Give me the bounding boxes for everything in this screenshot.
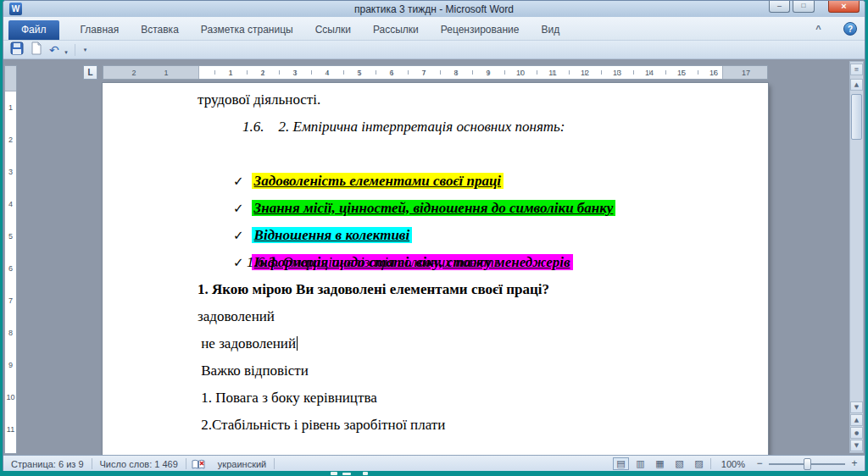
vertical-ruler-numbers: 1234567891011 bbox=[5, 91, 16, 446]
next-page-icon[interactable]: ▼ bbox=[850, 440, 863, 451]
minimize-button[interactable]: – bbox=[769, 1, 790, 13]
title-bar[interactable]: W практика 3 тиждн - Microsoft Word – □ … bbox=[3, 1, 865, 17]
paragraph-text: 1. Повага з боку керівництва bbox=[198, 390, 377, 406]
undo-dropdown-icon[interactable]: ▾ bbox=[64, 49, 68, 56]
zoom-out-icon[interactable]: − bbox=[754, 458, 765, 470]
text-cursor bbox=[297, 336, 298, 351]
scroll-down-icon[interactable]: ▼ bbox=[850, 401, 863, 413]
bulleted-item[interactable]: ✓Знання місії, цінностей, відношення до … bbox=[204, 168, 615, 195]
save-icon[interactable] bbox=[10, 42, 24, 58]
scrollbar-thumb[interactable] bbox=[851, 94, 862, 140]
paragraph-text: 1.6. 2. Емпірична інтерпретація основних… bbox=[242, 119, 565, 135]
toolbar-separator bbox=[75, 44, 75, 56]
fullscreen-reading-view-icon[interactable]: ▥ bbox=[632, 457, 648, 470]
word-window: W практика 3 тиждн - Microsoft Word – □ … bbox=[3, 0, 865, 471]
customize-qat-icon[interactable]: ▾ bbox=[84, 47, 87, 53]
heading-paragraph[interactable]: 1.6. 2. Емпірична інтерпретація основних… bbox=[242, 113, 565, 141]
browse-object-icon[interactable]: ● bbox=[850, 427, 863, 439]
ruler-numbers: 1234567891011121314151617 bbox=[214, 66, 762, 79]
document-area: L 21 1234567891011121314151617 123456789… bbox=[3, 59, 865, 455]
status-separator bbox=[274, 458, 275, 469]
ruler-toggle-icon[interactable]: ≡ bbox=[850, 64, 863, 75]
previous-page-icon[interactable]: ▲ bbox=[850, 414, 863, 426]
zoom-slider[interactable] bbox=[769, 463, 845, 465]
bulleted-item[interactable]: ✓Відношення в колективі bbox=[204, 195, 412, 222]
desktop-artifact bbox=[363, 472, 368, 475]
ribbon-tab-row: Файл Главная Вставка Разметка страницы С… bbox=[3, 17, 865, 41]
undo-button[interactable]: ↶ ▾ bbox=[49, 42, 68, 58]
paragraph[interactable]: задоволений bbox=[198, 303, 275, 330]
scroll-up-icon[interactable]: ▲ bbox=[850, 79, 863, 91]
web-layout-view-icon[interactable]: ▦ bbox=[652, 457, 668, 470]
word-count-indicator[interactable]: Число слов: 1 469 bbox=[92, 459, 186, 469]
status-separator bbox=[710, 458, 711, 469]
document-page[interactable]: трудової діяльності. 1.6. 2. Емпірична і… bbox=[103, 83, 768, 455]
status-right-group: ▤ ▥ ▦ ▧ ▨ 100% − + bbox=[613, 456, 860, 471]
ruler-top-margin-zone bbox=[5, 66, 16, 91]
window-controls: – □ × bbox=[769, 1, 860, 13]
word-logo-icon: W bbox=[9, 3, 22, 15]
question-paragraph[interactable]: 1. Якою мірою Ви задоволені елементами с… bbox=[198, 276, 549, 303]
tab-home[interactable]: Главная bbox=[70, 20, 131, 40]
tab-page-layout[interactable]: Разметка страницы bbox=[190, 20, 304, 40]
window-title: практика 3 тиждн - Microsoft Word bbox=[354, 3, 514, 15]
zoom-level[interactable]: 100% bbox=[715, 459, 750, 469]
outline-view-icon[interactable]: ▧ bbox=[671, 457, 687, 470]
status-bar: Страница: 6 из 9 Число слов: 1 469 украи… bbox=[3, 455, 865, 471]
bulleted-item[interactable]: ✓Задоволеність елементами своєї праці bbox=[204, 141, 504, 168]
desktop-artifact bbox=[342, 473, 351, 475]
tab-references[interactable]: Ссылки bbox=[304, 20, 362, 40]
status-left-group: Страница: 6 из 9 Число слов: 1 469 украи… bbox=[3, 456, 275, 471]
collapse-ribbon-icon[interactable]: ^ bbox=[811, 24, 826, 36]
vertical-ruler[interactable]: 1234567891011 bbox=[4, 65, 17, 454]
page-number-indicator[interactable]: Страница: 6 из 9 bbox=[3, 459, 92, 469]
tab-file[interactable]: Файл bbox=[8, 20, 59, 40]
paragraph[interactable]: 2.Стабільність і рівень заробітної плати bbox=[198, 412, 445, 439]
new-document-icon[interactable] bbox=[31, 42, 42, 58]
paragraph-text: 1. Якою мірою Ви задоволені елементами с… bbox=[198, 281, 549, 297]
paragraph[interactable]: Важко відповісти bbox=[198, 357, 309, 385]
horizontal-ruler[interactable]: 21 1234567891011121314151617 bbox=[103, 65, 768, 80]
print-layout-view-icon[interactable]: ▤ bbox=[613, 457, 629, 470]
tab-review[interactable]: Рецензирование bbox=[430, 20, 531, 40]
zoom-slider-thumb[interactable] bbox=[804, 458, 811, 470]
bulleted-item[interactable]: ✓Інформація щодо статі. віку, стажу мене… bbox=[204, 222, 573, 249]
help-icon[interactable]: ? bbox=[843, 22, 857, 36]
vertical-scrollbar[interactable]: ≡ ▲ ▼ ▲ ● ▼ bbox=[849, 61, 864, 453]
desktop-artifact bbox=[331, 472, 337, 475]
draft-view-icon[interactable]: ▨ bbox=[691, 457, 707, 470]
proofing-status-icon[interactable] bbox=[186, 458, 210, 470]
undo-icon: ↶ bbox=[49, 43, 59, 57]
tab-insert[interactable]: Вставка bbox=[130, 20, 190, 40]
paragraph[interactable]: не задоволений bbox=[198, 330, 298, 357]
paragraph[interactable]: 1. Повага з боку керівництва bbox=[198, 385, 377, 412]
maximize-button[interactable]: □ bbox=[793, 1, 815, 13]
paragraph-text: задоволений bbox=[198, 308, 275, 324]
tab-stop-selector[interactable]: L bbox=[83, 65, 97, 80]
checkmark-bullet-icon: ✓ bbox=[233, 255, 244, 270]
tab-view[interactable]: Вид bbox=[530, 20, 570, 40]
paragraph-text: 2.Стабільність і рівень заробітної плати bbox=[198, 417, 445, 433]
heading-paragraph[interactable]: 1.6.3. Операціоналізація головних понять bbox=[247, 249, 500, 276]
paragraph-text: Важко відповісти bbox=[198, 363, 309, 379]
paragraph-text: 1.6.3. Операціоналізація головних понять bbox=[247, 254, 500, 270]
paragraph[interactable]: трудової діяльності. bbox=[198, 86, 320, 113]
quick-access-toolbar: ↶ ▾ ▾ bbox=[3, 41, 865, 59]
ruler-margin-numbers: 21 bbox=[118, 66, 182, 79]
paragraph-text: трудової діяльності. bbox=[198, 91, 320, 108]
tab-mailings[interactable]: Рассылки bbox=[362, 20, 430, 40]
paragraph-text: не задоволений bbox=[198, 335, 296, 351]
language-indicator[interactable]: украинский bbox=[210, 459, 274, 469]
close-button[interactable]: × bbox=[828, 1, 860, 13]
zoom-in-icon[interactable]: + bbox=[849, 458, 860, 470]
